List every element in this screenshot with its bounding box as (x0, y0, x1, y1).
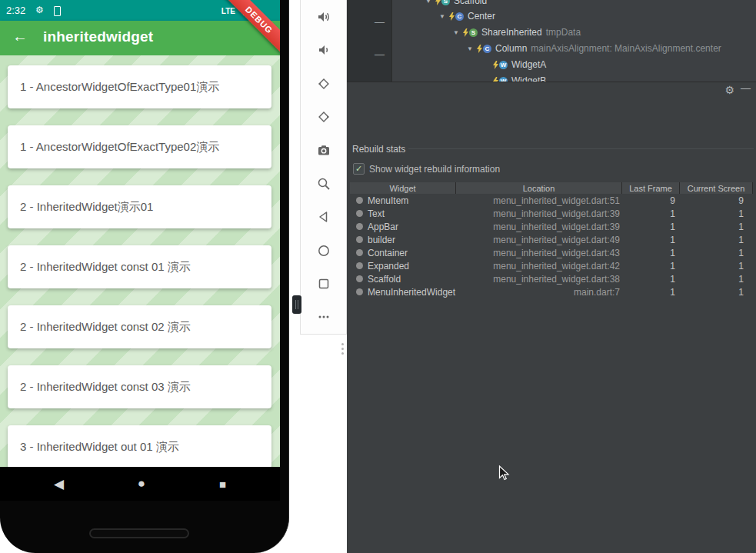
tree-node-shareinherited[interactable]: ▼ S ShareInherited tmpData (453, 25, 581, 40)
cell-location: menu_inherited_widget.dart:42 (456, 261, 622, 272)
emulator-back-button[interactable] (301, 200, 346, 233)
tree-node-label: WidgetB (511, 75, 546, 82)
widget-dot-icon (356, 275, 363, 282)
cell-location: main.dart:7 (456, 287, 622, 298)
volume-down-icon (316, 42, 331, 58)
status-settings-icon: ⚙ (35, 5, 44, 15)
cell-widget: MenuInheritedWidget (368, 287, 455, 298)
nav-home-button[interactable]: ● (138, 476, 145, 491)
menu-item-card[interactable]: 1 - AncestorWidgetOfExactType02演示 (8, 125, 271, 168)
magnifier-icon (316, 176, 331, 192)
window-drag-handle[interactable] (292, 295, 301, 314)
rebuild-info-checkbox[interactable]: ✓ (353, 163, 365, 175)
table-row[interactable]: Expanded menu_inherited_widget.dart:42 1… (350, 259, 753, 272)
volume-down-button[interactable] (301, 33, 346, 66)
tree-node-center[interactable]: ▼ C Center (439, 8, 495, 24)
nav-back-button[interactable]: ◀ (54, 476, 64, 492)
menu-item-label: 2 - InheritedWidget演示01 (20, 200, 153, 215)
cell-current-screen: 1 (680, 274, 753, 285)
menu-item-card[interactable]: 2 - InheritedWidget const 01 演示 (8, 245, 271, 288)
tree-node-label: WidgetA (511, 59, 546, 70)
collapsed-panel-strip: — — (347, 0, 392, 82)
back-arrow-icon[interactable]: ← (12, 28, 28, 45)
widget-dot-icon (356, 236, 363, 243)
table-row[interactable]: MenuItem menu_inherited_widget.dart:51 9… (350, 194, 753, 207)
expand-arrow-icon[interactable]: ▼ (425, 0, 435, 5)
flutter-inspector-panel: — — ▼ S Scaffold ▼ C Center ▼ S ShareInh… (347, 0, 756, 553)
cell-last-frame: 1 (622, 235, 680, 245)
tree-node-widgeta[interactable]: W WidgetA (493, 57, 546, 72)
expand-arrow-icon[interactable]: ▼ (467, 45, 477, 52)
panel-divider (347, 82, 756, 82)
menu-item-label: 2 - InheritedWidget const 01 演示 (20, 260, 191, 275)
cell-last-frame: 1 (622, 222, 680, 232)
cell-last-frame: 1 (622, 248, 680, 258)
widget-dot-icon (356, 249, 363, 256)
app-bar: ← inheritedwidget (0, 21, 280, 55)
table-row[interactable]: Scaffold menu_inherited_widget.dart:38 1… (350, 272, 753, 285)
column-header-widget[interactable]: Widget (350, 182, 456, 194)
column-header-location[interactable]: Location (456, 182, 622, 194)
menu-item-label: 1 - AncestorWidgetOfExactType02演示 (20, 140, 219, 155)
tree-node-widgetb[interactable]: W WidgetB (493, 73, 546, 82)
cell-current-screen: 1 (680, 261, 753, 272)
status-network-label: LTE (221, 7, 235, 15)
nav-overview-button[interactable]: ■ (219, 478, 226, 491)
widget-dot-icon (356, 288, 363, 295)
volume-up-button[interactable] (301, 0, 346, 33)
speaker-grille (89, 528, 189, 538)
system-nav-bar: ◀ ● ■ (0, 467, 280, 501)
menu-list: 1 - AncestorWidgetOfExactType01演示 1 - An… (0, 55, 280, 467)
table-header-row: Widget Location Last Frame Current Scree… (350, 182, 753, 194)
cell-location: menu_inherited_widget.dart:51 (456, 195, 622, 206)
menu-item-card[interactable]: 2 - InheritedWidget const 03 演示 (8, 365, 271, 408)
expand-arrow-icon[interactable]: ▼ (439, 13, 449, 20)
expand-arrow-icon[interactable]: ▼ (453, 29, 463, 36)
cell-widget: builder (368, 235, 395, 245)
menu-item-card[interactable]: 2 - InheritedWidget演示01 (8, 185, 271, 228)
cell-last-frame: 1 (622, 208, 680, 219)
emulator-phone-frame: 2:32 ⚙ LTE ← inheritedwidget 1 - Ancesto… (0, 0, 289, 553)
rebuild-checkbox-label[interactable]: Show widget rebuild information (369, 164, 500, 175)
minimize-icon[interactable]: — (741, 82, 751, 94)
rotate-right-button[interactable] (301, 100, 346, 133)
tree-node-column[interactable]: ▼ C Column mainAxisAlignment: MainAxisAl… (467, 41, 721, 56)
tree-node-scaffold[interactable]: ▼ S Scaffold (425, 0, 487, 8)
panel-handle-icon[interactable]: — (375, 17, 385, 27)
cell-location: menu_inherited_widget.dart:39 (456, 222, 622, 232)
menu-item-card[interactable]: 1 - AncestorWidgetOfExactType01演示 (8, 65, 271, 108)
menu-item-label: 3 - InheritedWidget out 01 演示 (20, 440, 179, 455)
rebuild-stats-title: Rebuild stats (352, 144, 405, 155)
table-row[interactable]: Text menu_inherited_widget.dart:39 1 1 (350, 207, 753, 220)
zoom-button[interactable] (301, 167, 346, 200)
menu-item-card[interactable]: 3 - InheritedWidget out 01 演示 (8, 425, 271, 467)
rotate-left-button[interactable] (301, 67, 346, 100)
table-row[interactable]: MenuInheritedWidget main.dart:7 1 1 (350, 285, 753, 298)
column-header-current-screen[interactable]: Current Screen (680, 182, 753, 194)
resize-dots-handle[interactable] (341, 343, 344, 357)
tree-node-detail: mainAxisAlignment: MainAxisAlignment.cen… (531, 43, 721, 54)
column-header-last-frame[interactable]: Last Frame (622, 182, 680, 194)
more-options-button[interactable] (301, 301, 346, 334)
emulator-overview-button[interactable] (301, 267, 346, 300)
widget-tree: ▼ S Scaffold ▼ C Center ▼ S ShareInherit… (392, 0, 756, 82)
table-row[interactable]: Container menu_inherited_widget.dart:43 … (350, 246, 753, 259)
widget-dot-icon (356, 262, 363, 269)
status-battery-icon (243, 6, 249, 15)
emulator-home-button[interactable] (301, 234, 346, 267)
menu-item-card[interactable]: 2 - InheritedWidget const 02 演示 (8, 305, 271, 348)
cell-widget: AppBar (368, 222, 398, 232)
settings-gear-icon[interactable]: ⚙ (724, 84, 734, 96)
screenshot-root: — — ▼ S Scaffold ▼ C Center ▼ S ShareInh… (0, 0, 756, 553)
cell-widget: Scaffold (368, 274, 401, 285)
rotate-left-icon (316, 76, 331, 92)
status-sim-icon (54, 6, 61, 16)
widget-badge: C (455, 12, 464, 21)
table-row[interactable]: builder menu_inherited_widget.dart:49 1 … (350, 233, 753, 246)
checkmark-icon: ✓ (355, 164, 362, 173)
section-divider (408, 148, 754, 149)
table-row[interactable]: AppBar menu_inherited_widget.dart:39 1 1 (350, 220, 753, 233)
screenshot-button[interactable] (301, 134, 346, 167)
panel-handle-icon[interactable]: — (375, 49, 385, 59)
rotate-right-icon (316, 109, 331, 125)
